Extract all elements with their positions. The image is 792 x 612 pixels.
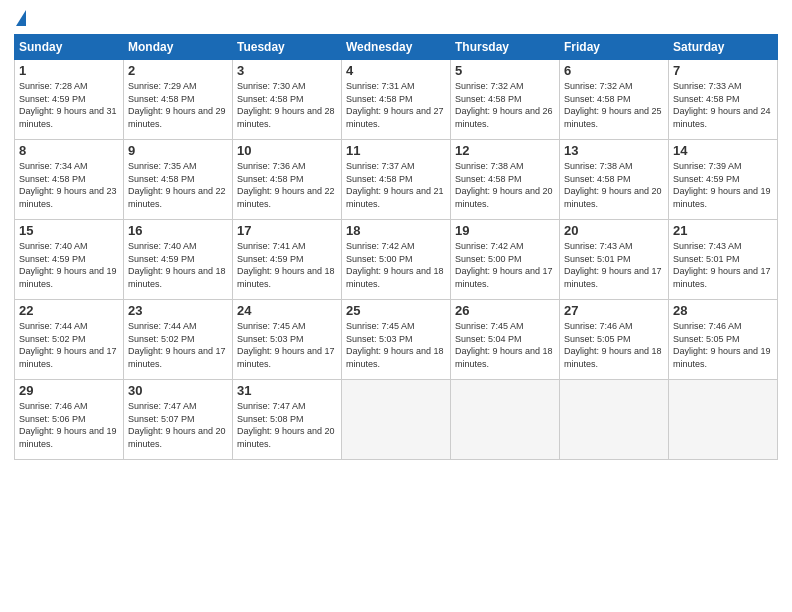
day-content: Sunrise: 7:42 AMSunset: 5:00 PMDaylight:… bbox=[455, 240, 555, 290]
day-content: Sunrise: 7:47 AMSunset: 5:08 PMDaylight:… bbox=[237, 400, 337, 450]
day-content: Sunrise: 7:29 AMSunset: 4:58 PMDaylight:… bbox=[128, 80, 228, 130]
calendar-table: SundayMondayTuesdayWednesdayThursdayFrid… bbox=[14, 34, 778, 460]
day-number: 13 bbox=[564, 143, 664, 158]
header bbox=[14, 10, 778, 26]
day-content: Sunrise: 7:30 AMSunset: 4:58 PMDaylight:… bbox=[237, 80, 337, 130]
day-cell: 16 Sunrise: 7:40 AMSunset: 4:59 PMDaylig… bbox=[124, 220, 233, 300]
day-number: 20 bbox=[564, 223, 664, 238]
day-number: 14 bbox=[673, 143, 773, 158]
header-row: SundayMondayTuesdayWednesdayThursdayFrid… bbox=[15, 35, 778, 60]
day-content: Sunrise: 7:38 AMSunset: 4:58 PMDaylight:… bbox=[564, 160, 664, 210]
day-cell: 28 Sunrise: 7:46 AMSunset: 5:05 PMDaylig… bbox=[669, 300, 778, 380]
day-content: Sunrise: 7:43 AMSunset: 5:01 PMDaylight:… bbox=[564, 240, 664, 290]
day-number: 28 bbox=[673, 303, 773, 318]
day-cell: 10 Sunrise: 7:36 AMSunset: 4:58 PMDaylig… bbox=[233, 140, 342, 220]
day-number: 25 bbox=[346, 303, 446, 318]
day-cell: 7 Sunrise: 7:33 AMSunset: 4:58 PMDayligh… bbox=[669, 60, 778, 140]
day-content: Sunrise: 7:42 AMSunset: 5:00 PMDaylight:… bbox=[346, 240, 446, 290]
day-content: Sunrise: 7:39 AMSunset: 4:59 PMDaylight:… bbox=[673, 160, 773, 210]
day-number: 24 bbox=[237, 303, 337, 318]
day-number: 2 bbox=[128, 63, 228, 78]
day-cell: 23 Sunrise: 7:44 AMSunset: 5:02 PMDaylig… bbox=[124, 300, 233, 380]
day-cell: 18 Sunrise: 7:42 AMSunset: 5:00 PMDaylig… bbox=[342, 220, 451, 300]
day-content: Sunrise: 7:44 AMSunset: 5:02 PMDaylight:… bbox=[128, 320, 228, 370]
day-cell: 29 Sunrise: 7:46 AMSunset: 5:06 PMDaylig… bbox=[15, 380, 124, 460]
day-content: Sunrise: 7:44 AMSunset: 5:02 PMDaylight:… bbox=[19, 320, 119, 370]
day-number: 30 bbox=[128, 383, 228, 398]
day-number: 23 bbox=[128, 303, 228, 318]
logo-triangle-icon bbox=[16, 10, 26, 26]
header-cell-saturday: Saturday bbox=[669, 35, 778, 60]
day-number: 8 bbox=[19, 143, 119, 158]
day-content: Sunrise: 7:41 AMSunset: 4:59 PMDaylight:… bbox=[237, 240, 337, 290]
day-cell: 12 Sunrise: 7:38 AMSunset: 4:58 PMDaylig… bbox=[451, 140, 560, 220]
day-cell: 19 Sunrise: 7:42 AMSunset: 5:00 PMDaylig… bbox=[451, 220, 560, 300]
day-cell: 1 Sunrise: 7:28 AMSunset: 4:59 PMDayligh… bbox=[15, 60, 124, 140]
week-row-4: 22 Sunrise: 7:44 AMSunset: 5:02 PMDaylig… bbox=[15, 300, 778, 380]
day-content: Sunrise: 7:32 AMSunset: 4:58 PMDaylight:… bbox=[564, 80, 664, 130]
day-number: 5 bbox=[455, 63, 555, 78]
day-number: 18 bbox=[346, 223, 446, 238]
day-number: 1 bbox=[19, 63, 119, 78]
day-content: Sunrise: 7:46 AMSunset: 5:05 PMDaylight:… bbox=[564, 320, 664, 370]
day-cell bbox=[451, 380, 560, 460]
header-cell-tuesday: Tuesday bbox=[233, 35, 342, 60]
day-number: 15 bbox=[19, 223, 119, 238]
day-content: Sunrise: 7:46 AMSunset: 5:05 PMDaylight:… bbox=[673, 320, 773, 370]
day-cell: 17 Sunrise: 7:41 AMSunset: 4:59 PMDaylig… bbox=[233, 220, 342, 300]
day-cell: 24 Sunrise: 7:45 AMSunset: 5:03 PMDaylig… bbox=[233, 300, 342, 380]
header-cell-friday: Friday bbox=[560, 35, 669, 60]
day-content: Sunrise: 7:45 AMSunset: 5:04 PMDaylight:… bbox=[455, 320, 555, 370]
day-cell: 20 Sunrise: 7:43 AMSunset: 5:01 PMDaylig… bbox=[560, 220, 669, 300]
week-row-3: 15 Sunrise: 7:40 AMSunset: 4:59 PMDaylig… bbox=[15, 220, 778, 300]
day-cell bbox=[342, 380, 451, 460]
day-content: Sunrise: 7:31 AMSunset: 4:58 PMDaylight:… bbox=[346, 80, 446, 130]
day-content: Sunrise: 7:46 AMSunset: 5:06 PMDaylight:… bbox=[19, 400, 119, 450]
day-content: Sunrise: 7:38 AMSunset: 4:58 PMDaylight:… bbox=[455, 160, 555, 210]
day-cell: 27 Sunrise: 7:46 AMSunset: 5:05 PMDaylig… bbox=[560, 300, 669, 380]
week-row-5: 29 Sunrise: 7:46 AMSunset: 5:06 PMDaylig… bbox=[15, 380, 778, 460]
calendar-header: SundayMondayTuesdayWednesdayThursdayFrid… bbox=[15, 35, 778, 60]
day-content: Sunrise: 7:34 AMSunset: 4:58 PMDaylight:… bbox=[19, 160, 119, 210]
day-cell: 21 Sunrise: 7:43 AMSunset: 5:01 PMDaylig… bbox=[669, 220, 778, 300]
day-cell: 6 Sunrise: 7:32 AMSunset: 4:58 PMDayligh… bbox=[560, 60, 669, 140]
day-number: 31 bbox=[237, 383, 337, 398]
logo-text bbox=[14, 10, 26, 26]
day-content: Sunrise: 7:40 AMSunset: 4:59 PMDaylight:… bbox=[128, 240, 228, 290]
day-cell: 13 Sunrise: 7:38 AMSunset: 4:58 PMDaylig… bbox=[560, 140, 669, 220]
day-number: 12 bbox=[455, 143, 555, 158]
day-number: 16 bbox=[128, 223, 228, 238]
day-cell: 25 Sunrise: 7:45 AMSunset: 5:03 PMDaylig… bbox=[342, 300, 451, 380]
day-content: Sunrise: 7:45 AMSunset: 5:03 PMDaylight:… bbox=[346, 320, 446, 370]
day-content: Sunrise: 7:47 AMSunset: 5:07 PMDaylight:… bbox=[128, 400, 228, 450]
day-number: 22 bbox=[19, 303, 119, 318]
day-number: 17 bbox=[237, 223, 337, 238]
day-cell: 5 Sunrise: 7:32 AMSunset: 4:58 PMDayligh… bbox=[451, 60, 560, 140]
day-cell: 30 Sunrise: 7:47 AMSunset: 5:07 PMDaylig… bbox=[124, 380, 233, 460]
header-cell-thursday: Thursday bbox=[451, 35, 560, 60]
day-content: Sunrise: 7:33 AMSunset: 4:58 PMDaylight:… bbox=[673, 80, 773, 130]
day-number: 19 bbox=[455, 223, 555, 238]
header-cell-wednesday: Wednesday bbox=[342, 35, 451, 60]
day-number: 9 bbox=[128, 143, 228, 158]
day-number: 4 bbox=[346, 63, 446, 78]
day-cell: 2 Sunrise: 7:29 AMSunset: 4:58 PMDayligh… bbox=[124, 60, 233, 140]
day-number: 11 bbox=[346, 143, 446, 158]
week-row-1: 1 Sunrise: 7:28 AMSunset: 4:59 PMDayligh… bbox=[15, 60, 778, 140]
day-cell: 31 Sunrise: 7:47 AMSunset: 5:08 PMDaylig… bbox=[233, 380, 342, 460]
day-cell: 3 Sunrise: 7:30 AMSunset: 4:58 PMDayligh… bbox=[233, 60, 342, 140]
day-number: 27 bbox=[564, 303, 664, 318]
day-cell: 9 Sunrise: 7:35 AMSunset: 4:58 PMDayligh… bbox=[124, 140, 233, 220]
day-cell: 11 Sunrise: 7:37 AMSunset: 4:58 PMDaylig… bbox=[342, 140, 451, 220]
day-content: Sunrise: 7:35 AMSunset: 4:58 PMDaylight:… bbox=[128, 160, 228, 210]
day-cell: 15 Sunrise: 7:40 AMSunset: 4:59 PMDaylig… bbox=[15, 220, 124, 300]
header-cell-monday: Monday bbox=[124, 35, 233, 60]
day-cell: 8 Sunrise: 7:34 AMSunset: 4:58 PMDayligh… bbox=[15, 140, 124, 220]
day-number: 10 bbox=[237, 143, 337, 158]
day-number: 29 bbox=[19, 383, 119, 398]
day-cell bbox=[669, 380, 778, 460]
week-row-2: 8 Sunrise: 7:34 AMSunset: 4:58 PMDayligh… bbox=[15, 140, 778, 220]
day-content: Sunrise: 7:32 AMSunset: 4:58 PMDaylight:… bbox=[455, 80, 555, 130]
day-cell bbox=[560, 380, 669, 460]
day-cell: 4 Sunrise: 7:31 AMSunset: 4:58 PMDayligh… bbox=[342, 60, 451, 140]
